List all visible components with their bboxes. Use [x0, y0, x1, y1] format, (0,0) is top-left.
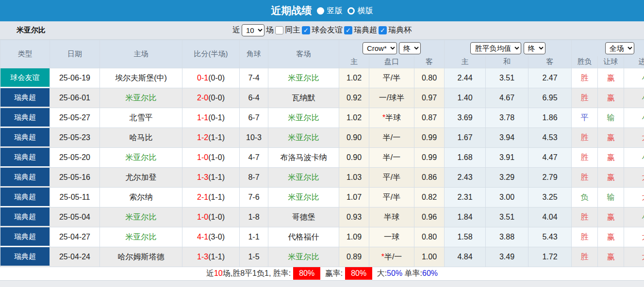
eu-home-odds: 1.67 — [445, 128, 486, 148]
eu-away-odds: 2.79 — [528, 168, 572, 188]
away-team-name: 代格福什 — [288, 233, 319, 241]
layout-horizontal-option[interactable]: 横版 — [347, 6, 373, 16]
fulltime-score: 1-0 — [197, 153, 208, 161]
ah-line-cell: *半球 — [369, 108, 414, 128]
result-goals: 小 — [624, 68, 644, 88]
vertical-radio-icon[interactable] — [317, 7, 324, 15]
eu-home-odds: 1.84 — [445, 207, 486, 227]
home-team-name: 埃尔夫斯堡(中) — [115, 74, 167, 82]
league-checkbox[interactable]: ✓ — [344, 26, 352, 34]
match-score-cell: 1-0(1-0) — [182, 148, 240, 168]
ah-line: 平/半 — [383, 193, 400, 201]
match-date: 25-05-11 — [50, 188, 100, 207]
layout-vertical-option[interactable]: 竖版 — [317, 6, 343, 16]
col-header-handicap: 让球 — [598, 56, 624, 68]
friendly-checkbox[interactable]: ✓ — [302, 26, 310, 34]
asian-handicap-selectors: Crow* 终 — [339, 40, 445, 56]
big-rate-value: 50% — [387, 269, 402, 277]
fulltime-score: 0-1 — [197, 74, 208, 82]
away-team-cell: 米亚尔比 — [268, 247, 339, 267]
away-team-cell: 代格福什 — [268, 227, 339, 247]
home-team-cell: 米亚尔比 — [100, 207, 182, 227]
match-row: 瑞典超 25-05-23 哈马比 1-2(1-1) 10-3 米亚尔比 0.90… — [0, 128, 644, 148]
eu-away-odds: 2.47 — [528, 68, 572, 88]
near-count-select[interactable]: 10 — [242, 24, 264, 36]
home-team-cell: 哈尔姆斯塔德 — [100, 247, 182, 267]
europe-odds-selectors: 胜平负均值 终 — [445, 40, 572, 56]
match-type-cell: 瑞典超 — [0, 108, 50, 128]
games-label: 场 — [266, 25, 274, 35]
ah-line: 平/半 — [383, 173, 400, 181]
eu-home-odds: 1.58 — [445, 227, 486, 247]
match-type-cell: 瑞典超 — [0, 207, 50, 227]
away-team-name: 米亚尔比 — [288, 253, 319, 261]
scope-select[interactable]: 全场 — [605, 42, 634, 54]
ah-line-cell: 一/球半 — [369, 88, 414, 108]
ah-line-cell: 平/半 — [369, 168, 414, 188]
ah-line: 半/一 — [383, 153, 400, 161]
away-team-name: 米亚尔比 — [288, 193, 319, 201]
away-team-cell: 米亚尔比 — [268, 68, 339, 88]
result-winlose: 胜 — [572, 68, 598, 88]
result-handicap: 输 — [598, 108, 624, 128]
ah-away-odds: 0.86 — [414, 168, 445, 188]
fulltime-score: 1-3 — [197, 253, 208, 261]
win-rate-badge: 80% — [293, 267, 320, 280]
halftime-score: (0-0) — [208, 94, 225, 102]
away-team-cell: 瓦纳默 — [268, 88, 339, 108]
horizontal-radio-label[interactable]: 横版 — [358, 6, 373, 16]
fulltime-score: 2-1 — [197, 193, 208, 201]
home-team-name: 哈马比 — [130, 133, 153, 142]
eu-away-odds: 4.47 — [528, 148, 572, 168]
filter-controls: 近 10 场 同主 ✓ 球会友谊 ✓ 瑞典超 ✓ 瑞典杯 — [232, 24, 412, 36]
eu-draw-odds: 3.91 — [486, 148, 528, 168]
summary-count: 10 — [214, 269, 223, 277]
eu-home-odds: 1.68 — [445, 148, 486, 168]
home-team-cell: 北雪平 — [100, 108, 182, 128]
bookmaker-select[interactable]: Crow* — [363, 42, 397, 54]
home-team-name: 哈尔姆斯塔德 — [118, 253, 165, 261]
ah-home-odds: 1.03 — [339, 168, 369, 188]
corner-score: 10-3 — [240, 128, 268, 148]
fulltime-score: 1-1 — [197, 113, 208, 122]
col-header-eu-away: 客 — [528, 56, 572, 68]
near-label: 近 — [232, 25, 240, 35]
ah-line: 平/半 — [383, 74, 400, 82]
match-score-cell: 1-2(1-1) — [182, 128, 240, 148]
match-date: 25-06-19 — [50, 68, 100, 88]
bookmaker-state-select[interactable]: 终 — [399, 42, 421, 54]
col-header-corner: 角球 — [240, 40, 268, 68]
europe-odds-select[interactable]: 胜平负均值 — [470, 42, 521, 54]
eu-away-odds: 1.72 — [528, 247, 572, 267]
corner-score: 7-4 — [240, 68, 268, 88]
ah-line: 半/一 — [383, 133, 400, 142]
league-filter-label[interactable]: 瑞典超 — [354, 25, 377, 35]
big-rate-label: 大: — [377, 269, 387, 277]
match-type-cell: 瑞典超 — [0, 168, 50, 188]
ah-home-odds: 1.02 — [339, 108, 369, 128]
ah-line-cell: 半/一 — [369, 128, 414, 148]
horizontal-radio-icon[interactable] — [347, 7, 355, 15]
home-team-name: 米亚尔比 — [126, 94, 157, 102]
away-team-name: 布洛马波卡纳 — [281, 153, 327, 161]
europe-state-select[interactable]: 终 — [524, 42, 545, 54]
friendly-filter-label[interactable]: 球会友谊 — [312, 25, 343, 35]
match-type-cell: 瑞典超 — [0, 227, 50, 247]
ah-home-odds: 0.90 — [339, 148, 369, 168]
ah-home-odds: 0.93 — [339, 207, 369, 227]
ah-away-odds: 0.87 — [414, 108, 445, 128]
match-type-badge: 瑞典超 — [0, 227, 50, 246]
cup-checkbox[interactable]: ✓ — [379, 26, 387, 34]
ah-line-cell: *半/一 — [369, 247, 414, 267]
ah-line: 一/球半 — [379, 94, 404, 102]
cup-filter-label[interactable]: 瑞典杯 — [388, 25, 412, 35]
match-row: 瑞典超 25-05-16 尤尔加登 1-3(1-1) 8-7 米亚尔比 1.03… — [0, 168, 644, 188]
away-team-name: 米亚尔比 — [288, 74, 319, 82]
eu-away-odds: 3.25 — [528, 188, 572, 207]
vertical-radio-label[interactable]: 竖版 — [327, 6, 343, 16]
result-handicap: 输 — [598, 188, 624, 207]
match-row: 瑞典超 25-04-24 哈尔姆斯塔德 1-3(1-1) 1-5 米亚尔比 0.… — [0, 247, 644, 267]
match-row: 瑞典超 25-04-27 米亚尔比 4-1(3-0) 1-1 代格福什 1.09… — [0, 227, 644, 247]
eu-away-odds: 1.86 — [528, 108, 572, 128]
same-home-checkbox[interactable] — [275, 26, 283, 34]
